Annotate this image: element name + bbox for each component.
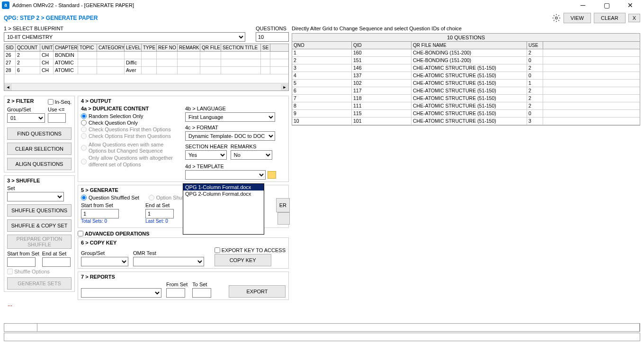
radio-check-q[interactable]: Check Question Only [81, 120, 176, 126]
copykey-title: 6 > COPY KEY [81, 240, 286, 245]
from-set-label: From Set [166, 281, 188, 287]
table-row[interactable]: 1160CHE-BONDING (151-200)2 [292, 49, 640, 57]
reports-select[interactable] [81, 288, 161, 298]
copy-key-button[interactable]: COPY KEY [215, 254, 271, 266]
table-row[interactable]: 8111CHE-ATOMIC STRUCTURE (51-150)2 [292, 102, 640, 110]
table-row[interactable]: 7118CHE-ATOMIC STRUCTURE (51-150)2 [292, 95, 640, 102]
table-row[interactable]: 262CHBONDIN [4, 52, 288, 59]
radio-random[interactable]: Random Selection Only [81, 113, 176, 119]
gen-start-input[interactable] [81, 209, 119, 218]
gear-icon[interactable] [552, 14, 561, 22]
minimize-button[interactable]: ─ [576, 0, 590, 10]
set-label: Set [7, 185, 72, 191]
shuffle-panel: 3 > SHUFFLE Set SHUFFLE QUESTIONS SHUFFL… [4, 175, 75, 292]
find-questions-button[interactable]: FIND QUESTIONS [7, 127, 72, 140]
section-header-label: SECTION HEAER [185, 144, 228, 149]
template-option[interactable]: QPG 2-Column Format.docx [183, 191, 264, 197]
table-row[interactable]: 9115CHE-ATOMIC STRUCTURE (51-150)0 [292, 110, 640, 118]
table-row[interactable]: 272CHATOMICDiffic [4, 59, 288, 67]
bp-header-cell[interactable]: TOPIC [78, 44, 97, 51]
shuffle-end-input[interactable] [42, 257, 71, 267]
set-select[interactable] [7, 192, 64, 201]
close-window-button[interactable]: ✕ [623, 0, 637, 10]
radio-check-oq: Check Options First then Questions [81, 133, 176, 139]
maximize-button[interactable]: ▢ [599, 0, 614, 10]
groupset-select[interactable]: 01 [7, 113, 45, 123]
bp-header-cell[interactable]: QCOUNT [16, 44, 40, 51]
q-header-cell[interactable]: QR FILE NAME [411, 42, 527, 49]
export-button[interactable]: EXPORT [229, 285, 286, 298]
gen-end-input[interactable] [145, 209, 174, 218]
status-bars [4, 322, 640, 341]
shuffle-start-input[interactable] [7, 257, 36, 267]
shuffle-title: 3 > SHUFFLE [7, 178, 72, 183]
table-row[interactable]: 2151CHE-BONDING (151-200)0 [292, 57, 640, 64]
questions-input[interactable] [256, 32, 289, 42]
generate-sets-button: GENERATE SETS [7, 277, 72, 290]
language-select[interactable]: First Language [185, 112, 275, 122]
table-row[interactable]: 3146CHE-ATOMIC STRUCTURE (51-150)2 [292, 64, 640, 72]
bp-header-cell[interactable]: LEVEL [125, 44, 142, 51]
filter-panel: 2 > FILTER In-Seq. Group/Set 01 Use <= F… [4, 96, 75, 172]
groupset-label: Group/Set [7, 107, 45, 112]
bp-header-cell[interactable]: SE [261, 44, 270, 51]
filter-title: 2 > FILTER [7, 98, 34, 104]
to-set-input[interactable] [192, 288, 211, 298]
q-header-cell[interactable]: USE [527, 42, 543, 49]
bp-header-cell[interactable]: SECTION TITLE [221, 44, 261, 51]
blueprint-grid[interactable]: SIDQCOUNTUNITCHAPTERTOPICCATEGORYLEVELTY… [4, 44, 289, 91]
format-label: 4c > FORMAT [185, 125, 286, 130]
table-row[interactable]: 4137CHE-ATOMIC STRUCTURE (51-150)0 [292, 72, 640, 80]
hidden-button[interactable] [277, 212, 290, 225]
use-input[interactable] [48, 113, 66, 123]
table-row[interactable]: 286CHATOMICAver [4, 67, 288, 74]
template-dropdown-open[interactable]: QPG 1-Column Format.docxQPG 2-Column For… [183, 183, 264, 235]
shuffle-questions-button[interactable]: SHUFFLE QUESTIONS [7, 204, 72, 217]
from-set-input[interactable] [166, 288, 185, 298]
output-title: 4 > OUTPUT [81, 98, 286, 104]
view-button[interactable]: VIEW [564, 13, 591, 23]
blueprint-label: 1 > SELECT BLUEPRINT [4, 26, 253, 31]
align-questions-button[interactable]: ALIGN QUESTIONS [7, 158, 72, 170]
bp-header-cell[interactable]: SID [4, 44, 16, 51]
blueprint-select[interactable]: 10-IIT CHEMISTRY [4, 32, 245, 42]
grid-hint: Directly Alter Grid to Change Sequence a… [292, 26, 640, 31]
folder-icon[interactable] [268, 171, 276, 179]
bp-header-cell[interactable]: REF NO [157, 44, 178, 51]
shuffle-copy-button[interactable]: SHUFFLE & COPY SET [7, 219, 72, 232]
clear-selection-button[interactable]: CLEAR SELECTION [7, 143, 72, 155]
duplicate-title: 4a > DUPLICATE CONTENT [81, 106, 176, 111]
format-select[interactable]: Dynamic Template- DOC to DOC [185, 131, 275, 141]
omr-select[interactable] [133, 257, 204, 266]
omr-label: OMR Test [133, 250, 204, 256]
clear-button[interactable]: CLEAR [594, 13, 626, 23]
bp-header-cell[interactable]: REMARK [178, 44, 200, 51]
use-label: Use <= [48, 107, 66, 112]
close-panel-button[interactable]: X [628, 14, 640, 22]
er-button[interactable]: ER [276, 198, 290, 212]
export-key-checkbox[interactable]: EXPORT KEY TO ACCESS [215, 247, 286, 253]
window-titlebar: a Addmen OMRv22 - Standard - [GENERATE P… [0, 0, 644, 10]
bp-header-cell[interactable]: CHAPTER [54, 44, 78, 51]
table-row[interactable]: 10101CHE-ATOMIC STRUCTURE (51-150)3 [292, 118, 640, 125]
remarks-label: REMARKS [231, 144, 272, 149]
table-row[interactable]: 6117CHE-ATOMIC STRUCTURE (51-150)2 [292, 87, 640, 95]
section-header-select[interactable]: Yes [185, 150, 227, 160]
shuffle-options-checkbox[interactable]: Shuffle Options [7, 269, 72, 274]
radio-qshuffled[interactable]: Question Shuffled Set [81, 195, 139, 200]
template-select[interactable] [185, 170, 266, 180]
bp-header-cell[interactable]: CATEGORY [97, 44, 125, 51]
bp-header-cell[interactable]: QR FILE [200, 44, 221, 51]
template-option[interactable]: QPG 1-Column Format.docx [183, 184, 264, 191]
questions-grid[interactable]: 10 QUESTIONS QNOQIDQR FILE NAMEUSE1160CH… [292, 33, 640, 126]
inseq-checkbox[interactable]: In-Seq. [48, 99, 72, 105]
window-title: Addmen OMRv22 - Standard - [GENERATE PAP… [12, 2, 576, 8]
table-row[interactable]: 5102CHE-ATOMIC STRUCTURE (51-150)1 [292, 80, 640, 87]
q-header-cell[interactable]: QNO [292, 42, 352, 49]
remarks-select[interactable]: No [231, 150, 272, 160]
q-header-cell[interactable]: QID [352, 42, 411, 49]
horizontal-scrollbar[interactable]: ◄► [4, 83, 288, 91]
ck-groupset-select[interactable] [81, 257, 128, 266]
bp-header-cell[interactable]: UNIT [40, 44, 54, 51]
bp-header-cell[interactable]: TYPE [142, 44, 157, 51]
